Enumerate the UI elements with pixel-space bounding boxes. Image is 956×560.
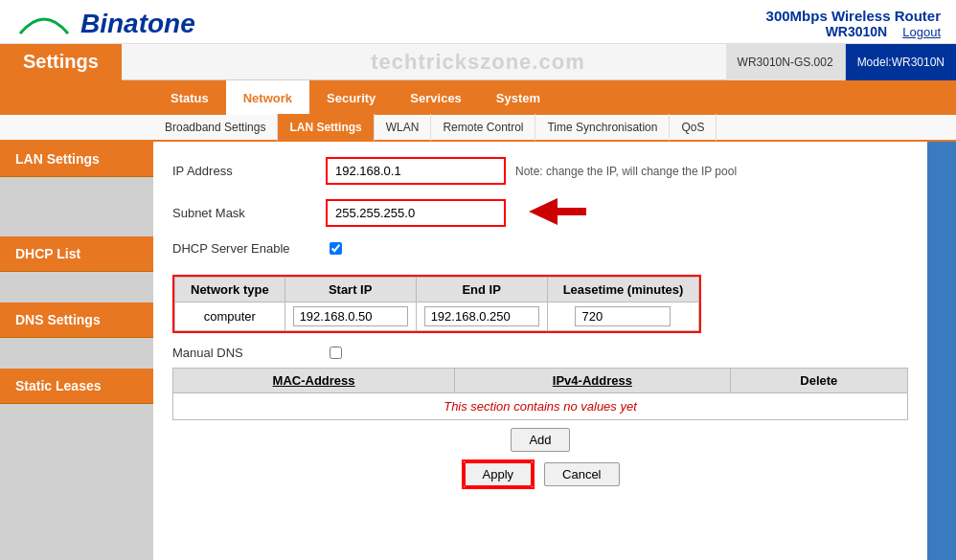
router-info: 300Mbps Wireless Router WR3010N Logout — [766, 8, 941, 39]
empty-message: This section contains no values yet — [173, 393, 908, 420]
dhcp-table-wrapper: Network type Start IP End IP Leasetime (… — [172, 275, 701, 333]
col-ipv4-address: IPv4-Address — [455, 369, 730, 393]
top-bar-right: WR3010N-GS.002 Model:WR3010N — [726, 44, 956, 80]
subnet-mask-input[interactable] — [330, 203, 502, 223]
dhcp-server-checkbox[interactable] — [330, 242, 342, 255]
dhcp-table: Network type Start IP End IP Leasetime (… — [174, 277, 699, 331]
dhcp-end-ip-input[interactable] — [424, 306, 539, 326]
nav-system[interactable]: System — [479, 80, 558, 115]
dhcp-col-network-type: Network type — [175, 278, 285, 302]
sidebar-spacer-3 — [0, 340, 153, 369]
subnav-wlan[interactable]: WLAN — [375, 114, 432, 141]
dhcp-start-ip-cell — [285, 302, 416, 331]
dhcp-table-row: computer — [175, 302, 699, 331]
subnet-mask-label: Subnet Mask — [172, 206, 326, 220]
top-bar: Settings techtrickszone.com WR3010N-GS.0… — [0, 44, 956, 80]
settings-label: Settings — [0, 44, 122, 80]
sidebar-item-static-leases[interactable]: Static Leases — [0, 369, 153, 404]
dhcp-leasetime-input[interactable] — [575, 306, 671, 326]
sidebar-spacer-1 — [0, 179, 153, 236]
router-name: 300Mbps Wireless Router — [766, 8, 941, 24]
nav-services[interactable]: Services — [393, 80, 479, 115]
cancel-button[interactable]: Cancel — [544, 462, 619, 486]
ip-address-label: IP Address — [172, 164, 326, 178]
ipv4-address-header: IPv4-Address — [553, 373, 632, 388]
col-delete: Delete — [730, 369, 907, 393]
arrow-icon — [529, 194, 586, 232]
model-number: WR3010N — [826, 24, 888, 39]
device-id: WR3010N-GS.002 — [726, 44, 846, 80]
dhcp-col-end-ip: End IP — [416, 278, 547, 302]
dhcp-start-ip-input[interactable] — [293, 306, 408, 326]
add-button[interactable]: Add — [511, 428, 569, 452]
content-area: IP Address Note: change the IP, will cha… — [153, 142, 927, 560]
nav-security[interactable]: Security — [309, 80, 393, 115]
static-leases-empty-row: This section contains no values yet — [173, 393, 908, 420]
subnav-time[interactable]: Time Synchronisation — [535, 114, 670, 141]
dhcp-table-header-row: Network type Start IP End IP Leasetime (… — [175, 278, 699, 302]
top-bar-left: Settings — [0, 44, 122, 80]
subnav-qos[interactable]: QoS — [670, 114, 717, 141]
manual-dns-checkbox[interactable] — [330, 347, 342, 359]
col-mac-address: MAC-Address — [173, 369, 455, 393]
nav-status[interactable]: Status — [153, 80, 226, 115]
sub-nav: Broadband Settings LAN Settings WLAN Rem… — [0, 115, 956, 142]
sidebar-item-dhcp-list[interactable]: DHCP List — [0, 236, 153, 272]
subnav-remote[interactable]: Remote Control — [431, 114, 535, 141]
red-arrow-svg — [529, 194, 586, 229]
apply-button[interactable]: Apply — [464, 461, 534, 487]
dhcp-end-ip-cell — [416, 302, 547, 331]
ip-address-note: Note: change the IP, will change the IP … — [515, 165, 737, 178]
action-row: Apply Cancel — [172, 459, 908, 489]
dhcp-server-label: DHCP Server Enable — [172, 241, 326, 256]
dhcp-col-start-ip: Start IP — [285, 278, 416, 302]
mac-address-header: MAC-Address — [273, 373, 355, 388]
logout-link[interactable]: Logout — [902, 25, 941, 39]
brand-name: Binatone — [80, 9, 195, 39]
subnav-lan[interactable]: LAN Settings — [278, 114, 374, 141]
page-header: Binatone 300Mbps Wireless Router WR3010N… — [0, 0, 956, 44]
manual-dns-label: Manual DNS — [172, 346, 326, 360]
main-nav: Status Network Security Services System — [0, 80, 956, 115]
ip-address-input[interactable] — [330, 161, 502, 181]
subnav-broadband[interactable]: Broadband Settings — [153, 114, 278, 141]
subnet-mask-row: Subnet Mask — [172, 194, 908, 232]
sidebar-spacer-2 — [0, 274, 153, 302]
dhcp-col-leasetime: Leasetime (minutes) — [547, 278, 699, 302]
apply-button-box: Apply — [462, 459, 535, 489]
logo-arc-icon — [15, 10, 73, 38]
static-leases-header-row: MAC-Address IPv4-Address Delete — [173, 369, 908, 393]
add-button-row: Add — [172, 428, 908, 452]
dhcp-network-type: computer — [175, 302, 285, 331]
svg-marker-0 — [529, 198, 586, 225]
dhcp-leasetime-cell — [547, 302, 699, 331]
sidebar-item-lan-settings[interactable]: LAN Settings — [0, 142, 153, 177]
model-badge: Model:WR3010N — [846, 44, 956, 80]
manual-dns-row: Manual DNS — [172, 346, 908, 360]
watermark: techtrickszone.com — [371, 50, 584, 75]
ip-address-input-box — [326, 157, 506, 185]
nav-network[interactable]: Network — [226, 80, 309, 115]
model-line: WR3010N Logout — [766, 24, 941, 39]
subnet-mask-input-box — [326, 199, 506, 227]
static-leases-table: MAC-Address IPv4-Address Delete This sec… — [172, 368, 908, 420]
dhcp-server-row: DHCP Server Enable — [172, 241, 908, 256]
logo-area: Binatone — [15, 9, 195, 39]
sidebar: LAN Settings DHCP List DNS Settings Stat… — [0, 142, 153, 560]
right-panel — [927, 142, 956, 560]
ip-address-row: IP Address Note: change the IP, will cha… — [172, 157, 908, 185]
main-layout: LAN Settings DHCP List DNS Settings Stat… — [0, 142, 956, 560]
sidebar-item-dns-settings[interactable]: DNS Settings — [0, 302, 153, 338]
